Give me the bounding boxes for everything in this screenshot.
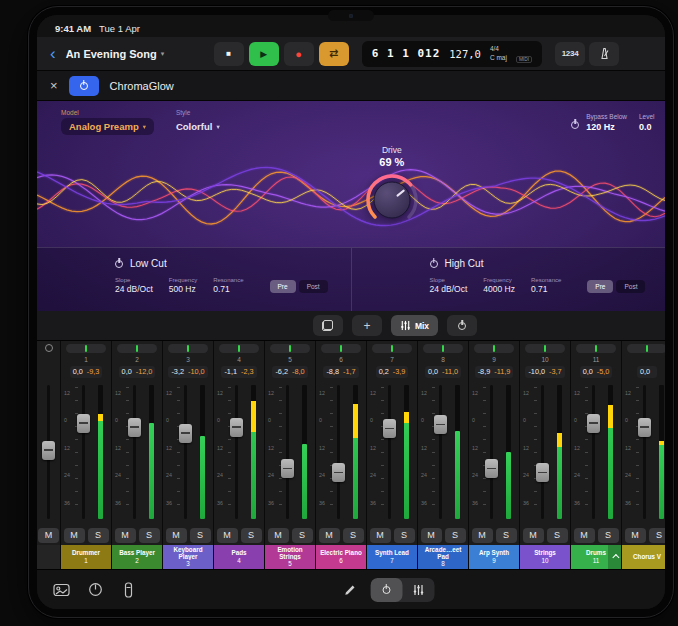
mute-button[interactable]: M [217,528,238,543]
mixer-view-toggle-button[interactable] [402,578,434,602]
pre-button[interactable]: Pre [587,280,613,293]
solo-button[interactable]: S [649,528,666,543]
track-name-label[interactable]: Arcade…eet Pad 8 [418,545,468,569]
bypass-below-value[interactable]: 120 Hz [586,122,627,132]
fader-handle[interactable] [332,463,345,482]
mute-button[interactable]: M [319,528,340,543]
fader-track[interactable] [541,385,544,519]
solo-button[interactable]: S [292,528,313,543]
solo-button[interactable]: S [445,528,466,543]
bypass-below-control[interactable]: Bypass Below 120 Hz [571,113,627,133]
solo-button[interactable]: S [547,528,568,543]
track-name-label[interactable]: Arp Synth 9 [469,545,519,569]
pan-slider[interactable] [270,344,310,353]
post-button[interactable]: Post [299,280,328,293]
metronome-button[interactable] [589,42,619,66]
track-name-label[interactable]: Chorus V [622,545,665,569]
browser-button[interactable] [53,583,70,597]
track-name-label[interactable]: Emotion Strings 5 [265,545,315,569]
fader-track[interactable] [643,385,646,519]
add-track-button[interactable]: + [352,315,382,336]
pan-slider[interactable] [117,344,157,353]
fader-track[interactable] [490,385,493,519]
pan-slider[interactable] [627,344,665,353]
solo-button[interactable]: S [88,528,109,543]
track-name-label[interactable]: Drums 11 [571,545,621,569]
track-name-label[interactable]: Bass Player 2 [112,545,162,569]
high-cut-power-button[interactable] [430,256,438,271]
pan-slider[interactable] [474,344,514,353]
fader-track[interactable] [184,385,187,519]
param-value[interactable]: 24 dB/Oct [430,284,468,294]
mute-button[interactable]: M [472,528,493,543]
mute-button[interactable]: M [268,528,289,543]
mute-button[interactable]: M [574,528,595,543]
level-value[interactable]: 0.0 [639,122,665,132]
pan-slider[interactable] [321,344,361,353]
cycle-button[interactable]: ⇄ [319,42,349,66]
channel-strip-button[interactable] [121,582,136,598]
fader-track[interactable] [337,385,340,519]
mute-button[interactable]: M [625,528,646,543]
solo-button[interactable]: S [496,528,517,543]
model-dropdown[interactable]: Model Analog Preamp▾ [61,109,154,135]
fader-handle[interactable] [230,418,243,437]
edit-button[interactable] [343,583,356,596]
solo-button[interactable]: S [598,528,619,543]
fader-track[interactable] [82,385,85,519]
play-button[interactable]: ▶ [249,42,279,66]
track-name-label[interactable]: Drummer 1 [61,545,111,569]
pan-slider[interactable] [168,344,208,353]
fader-handle[interactable] [281,459,294,478]
fader-handle[interactable] [179,424,192,443]
pan-slider[interactable] [66,344,106,353]
record-button[interactable]: ● [284,42,314,66]
back-button[interactable]: ‹ [47,45,59,62]
track-name-label[interactable]: Synth Lead 7 [367,545,417,569]
solo-button[interactable]: S [343,528,364,543]
track-name-label[interactable]: Electric Piano 6 [316,545,366,569]
duplicate-button[interactable] [313,315,343,336]
stop-button[interactable]: ■ [214,42,244,66]
fader-handle[interactable] [638,418,651,437]
fader-track[interactable] [388,385,391,519]
fader-handle[interactable] [128,418,141,437]
song-title-menu[interactable]: An Evening Song ▾ [66,48,165,60]
mute-button[interactable]: M [523,528,544,543]
mute-button[interactable]: M [38,528,59,543]
fader-track[interactable] [235,385,238,519]
solo-button[interactable]: S [190,528,211,543]
solo-button[interactable]: S [394,528,415,543]
fader-handle[interactable] [42,441,55,460]
style-dropdown[interactable]: Style Colorful▾ [174,109,222,135]
solo-button[interactable]: S [241,528,262,543]
track-name-label[interactable] [37,545,60,569]
pre-button[interactable]: Pre [270,280,296,293]
mute-button[interactable]: M [64,528,85,543]
post-button[interactable]: Post [616,280,645,293]
param-value[interactable]: 24 dB/Oct [115,284,153,294]
fader-handle[interactable] [485,459,498,478]
drive-knob[interactable] [363,171,421,229]
fader-track[interactable] [133,385,136,519]
mixer-power-button[interactable] [447,315,477,336]
mute-button[interactable]: M [166,528,187,543]
track-name-label[interactable]: Keyboard Player 3 [163,545,213,569]
bypass-power-button[interactable] [571,115,579,133]
fader-track[interactable] [286,385,289,519]
controls-button[interactable] [88,582,103,597]
pan-slider[interactable] [219,344,259,353]
solo-button[interactable]: S [139,528,160,543]
mute-button[interactable]: M [421,528,442,543]
level-control[interactable]: Level 0.0 [639,113,665,132]
mute-button[interactable]: M [370,528,391,543]
plugin-power-button[interactable] [69,76,99,96]
param-value[interactable]: 0.71 [213,284,243,294]
pan-slider[interactable] [576,344,616,353]
fader-handle[interactable] [536,463,549,482]
fader-track[interactable] [439,385,442,519]
param-value[interactable]: 4000 Hz [483,284,515,294]
fader-handle[interactable] [434,415,447,434]
pan-slider[interactable] [525,344,565,353]
fader-track[interactable] [592,385,595,519]
